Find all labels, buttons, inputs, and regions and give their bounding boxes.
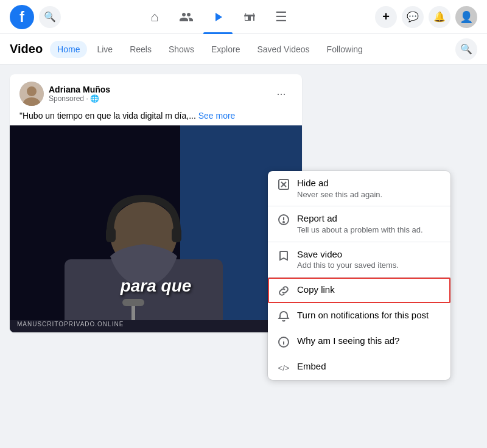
save-video-subtitle: Add this to your saved items. <box>297 261 441 271</box>
see-more-link[interactable]: See more <box>198 111 236 121</box>
hide-ad-subtitle: Never see this ad again. <box>297 190 441 200</box>
messenger-button[interactable]: 💬 <box>402 6 424 28</box>
svg-rect-11 <box>122 299 144 306</box>
dropdown-notifications[interactable]: Turn on notifications for this post <box>268 303 450 329</box>
search-button[interactable]: 🔍 <box>39 6 61 28</box>
post-more-button[interactable]: ··· <box>270 83 292 105</box>
tab-reels[interactable]: Reels <box>122 41 159 58</box>
nav-center: ⌂ ☰ <box>61 2 375 32</box>
notifications-icon <box>278 310 290 323</box>
nav-left: f 🔍 <box>10 5 61 29</box>
video-caption-text: para que <box>121 276 192 296</box>
save-video-content: Save video Add this to your saved items. <box>297 248 441 271</box>
post-author-info: Adriana Muños Sponsored · 🌐 <box>49 85 270 103</box>
notifications-content: Turn on notifications for this post <box>297 309 441 321</box>
copy-link-content: Copy link <box>297 284 441 296</box>
nav-marketplace-button[interactable] <box>235 2 264 32</box>
post-header: Adriana Muños Sponsored · 🌐 ··· <box>10 74 302 111</box>
account-avatar[interactable]: 👤 <box>455 6 477 28</box>
video-thumbnail[interactable]: para que MANUSCRITOPRIVADO.ONLINE <box>10 125 302 332</box>
post-caption: "Hubo un tiempo en que la vida digital m… <box>10 111 302 125</box>
hide-ad-title: Hide ad <box>297 177 441 189</box>
post-meta: Sponsored · 🌐 <box>49 94 270 103</box>
copy-link-title: Copy link <box>297 284 441 296</box>
create-button[interactable]: + <box>375 6 397 28</box>
facebook-logo[interactable]: f <box>10 5 34 29</box>
dropdown-save-video[interactable]: Save video Add this to your saved items. <box>268 242 450 277</box>
tab-saved-videos[interactable]: Saved Videos <box>250 41 317 58</box>
dropdown-embed[interactable]: </> Embed <box>268 354 450 380</box>
tab-following[interactable]: Following <box>320 41 370 58</box>
why-seeing-icon <box>278 336 290 348</box>
hide-ad-icon <box>278 178 290 191</box>
report-ad-subtitle: Tell us about a problem with this ad. <box>297 225 441 236</box>
notifications-button[interactable]: 🔔 <box>429 6 450 28</box>
tab-live[interactable]: Live <box>89 41 120 58</box>
tab-explore[interactable]: Explore <box>204 41 247 58</box>
copy-link-icon <box>278 285 290 297</box>
hide-ad-content: Hide ad Never see this ad again. <box>297 177 441 200</box>
why-seeing-content: Why am I seeing this ad? <box>297 335 441 347</box>
dropdown-copy-link[interactable]: Copy link <box>268 278 450 303</box>
report-ad-icon <box>278 214 290 226</box>
tab-shows[interactable]: Shows <box>161 41 201 58</box>
post-options-dropdown: Hide ad Never see this ad again. Report … <box>268 171 450 380</box>
report-ad-title: Report ad <box>297 212 441 225</box>
video-brand-watermark: MANUSCRITOPRIVADO.ONLINE <box>17 321 124 327</box>
embed-title: Embed <box>297 360 441 373</box>
post-author-avatar <box>19 82 44 106</box>
tab-search-button[interactable]: 🔍 <box>455 38 477 60</box>
svg-rect-8 <box>106 228 116 242</box>
post-card: Adriana Muños Sponsored · 🌐 ··· "Hubo un… <box>10 74 302 332</box>
dropdown-why-seeing[interactable]: Why am I seeing this ad? <box>268 329 450 354</box>
notifications-title: Turn on notifications for this post <box>297 309 441 321</box>
video-page-title: Video <box>10 42 43 56</box>
dropdown-hide-ad[interactable]: Hide ad Never see this ad again. <box>268 171 450 206</box>
svg-rect-9 <box>172 228 181 242</box>
nav-home-button[interactable]: ⌂ <box>140 2 169 32</box>
tab-home[interactable]: Home <box>50 41 87 58</box>
why-seeing-title: Why am I seeing this ad? <box>297 335 441 347</box>
main-content: Adriana Muños Sponsored · 🌐 ··· "Hubo un… <box>0 65 487 342</box>
top-navigation: f 🔍 ⌂ ☰ + 💬 🔔 👤 <box>0 0 487 34</box>
post-author-name[interactable]: Adriana Muños <box>49 85 270 94</box>
save-video-icon <box>278 250 290 262</box>
report-ad-content: Report ad Tell us about a problem with t… <box>297 212 441 235</box>
nav-menu-button[interactable]: ☰ <box>267 2 296 32</box>
nav-right: + 💬 🔔 👤 <box>375 6 477 28</box>
svg-point-1 <box>27 86 37 96</box>
video-tab-bar: Video Home Live Reels Shows Explore Save… <box>0 34 487 65</box>
embed-icon: </> <box>278 362 290 374</box>
save-video-title: Save video <box>297 248 441 261</box>
svg-point-20 <box>284 340 284 340</box>
video-background <box>10 125 302 332</box>
embed-content: Embed <box>297 360 441 373</box>
dropdown-report-ad[interactable]: Report ad Tell us about a problem with t… <box>268 206 450 241</box>
nav-friends-button[interactable] <box>172 2 201 32</box>
nav-watch-button[interactable] <box>203 2 233 32</box>
svg-point-18 <box>283 222 284 223</box>
